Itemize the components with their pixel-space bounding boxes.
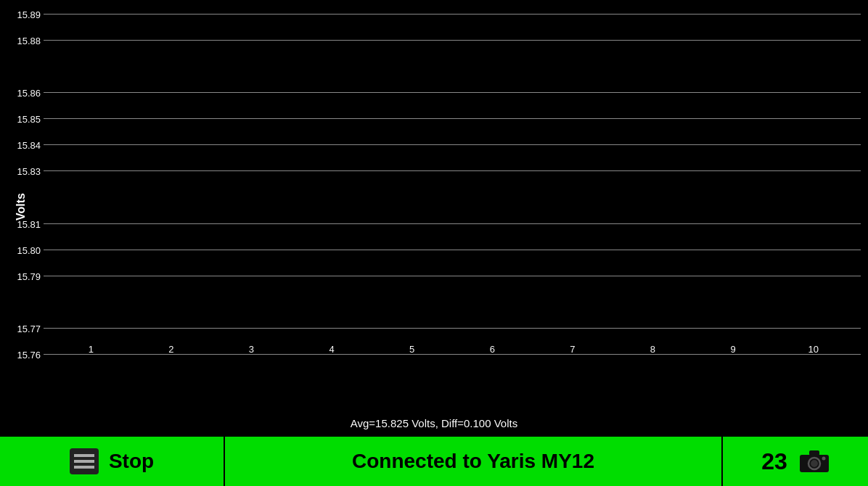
bar-group: 4 — [292, 339, 372, 355]
chart-area: Volts 15.8915.8815.8615.8515.8415.8315.8… — [0, 0, 868, 413]
stop-button[interactable]: Stop — [109, 450, 154, 473]
svg-rect-0 — [74, 454, 94, 457]
y-axis-label: 15.79 — [17, 271, 44, 281]
count-number: 23 — [761, 448, 787, 475]
bar-group: 2 — [131, 339, 212, 355]
y-axis-label: 15.84 — [17, 140, 44, 151]
bar-x-label: 4 — [329, 344, 334, 355]
bar-group: 8 — [613, 339, 693, 355]
y-axis-title: Volts — [15, 193, 28, 221]
bar-x-label: 7 — [570, 344, 575, 355]
menu-icon — [70, 448, 99, 474]
svg-rect-2 — [74, 466, 94, 469]
bar-x-label: 3 — [249, 344, 254, 355]
bar-x-label: 10 — [808, 344, 818, 355]
bar-group: 6 — [452, 339, 533, 355]
connected-section: Connected to Yaris MY12 — [225, 437, 723, 486]
y-axis-label: 15.85 — [17, 114, 44, 125]
bar-group: 10 — [773, 339, 853, 355]
svg-point-7 — [822, 457, 825, 461]
bar-x-label: 1 — [89, 344, 94, 355]
bar-x-label: 6 — [490, 344, 495, 355]
bar-group: 3 — [211, 339, 292, 355]
y-axis-label: 15.83 — [17, 166, 44, 177]
stop-section: Stop — [0, 437, 225, 486]
bar-group: 7 — [533, 339, 613, 355]
menu-svg — [74, 453, 94, 470]
y-axis-label: 15.80 — [17, 244, 44, 255]
chart-inner: 15.8915.8815.8615.8515.8415.8315.8115.80… — [44, 15, 861, 355]
bar-x-label: 8 — [650, 344, 655, 355]
count-section: 23 — [723, 437, 868, 486]
y-axis-label: 15.86 — [17, 88, 44, 99]
svg-rect-1 — [74, 460, 94, 463]
bar-group: 5 — [372, 339, 452, 355]
y-axis-label: 15.89 — [17, 9, 44, 20]
bar-group: 1 — [51, 339, 131, 355]
svg-rect-6 — [809, 450, 819, 456]
svg-point-5 — [811, 460, 818, 467]
camera-icon[interactable] — [799, 448, 830, 474]
bar-x-label: 5 — [409, 344, 414, 355]
y-axis-label: 15.88 — [17, 36, 44, 46]
y-axis-label: 15.81 — [17, 218, 44, 229]
y-axis-label: 15.76 — [17, 350, 44, 361]
chart-subtitle: Avg=15.825 Volts, Diff=0.100 Volts — [0, 413, 868, 437]
connected-label: Connected to Yaris MY12 — [352, 450, 594, 473]
bar-x-label: 9 — [730, 344, 735, 355]
y-axis-label: 15.77 — [17, 323, 44, 334]
bar-group: 9 — [693, 339, 774, 355]
bar-x-label: 2 — [168, 344, 173, 355]
bars-container: 12345678910 — [44, 15, 861, 355]
bottom-bar: Stop Connected to Yaris MY12 23 — [0, 437, 868, 486]
